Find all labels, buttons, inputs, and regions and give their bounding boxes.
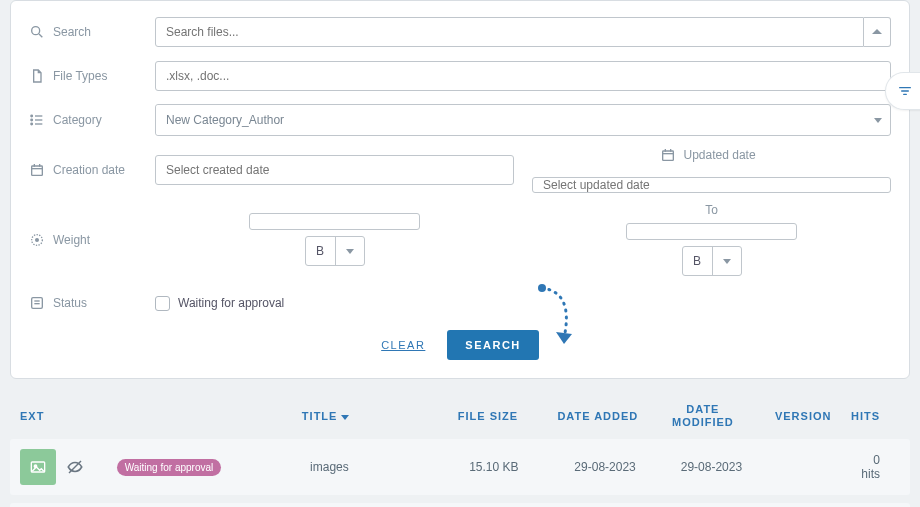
file-icon [29,68,45,84]
sort-desc-icon [341,415,349,420]
th-date-added[interactable]: DATE ADDED [545,410,650,422]
weight-from-unit-select[interactable]: B [305,236,365,266]
row-search: Search [29,15,891,49]
weight-to-unit-label: B [683,247,713,275]
actions-row: CLEAR SEARCH [29,330,891,360]
th-hits[interactable]: HITS [851,410,900,422]
search-panel: Search File Types Category New [10,0,910,379]
th-title[interactable]: TITLE [221,410,431,422]
chevron-up-icon [872,27,882,37]
status-checkbox-row: Waiting for approval [155,296,284,311]
status-badge: Waiting for approval [117,459,222,476]
svg-point-3 [31,115,33,117]
table-row[interactable]: Waiting for approval images 15.10 KB 29-… [10,439,910,495]
category-value: New Category_Author [156,105,867,135]
calendar-icon [29,162,45,178]
clear-button[interactable]: CLEAR [381,339,425,351]
weight-from-unit-label: B [306,237,336,265]
label-status-text: Status [53,296,87,310]
label-weight-to: To [660,203,764,217]
status-icon [29,295,45,311]
label-updated-date: Updated date [660,147,764,163]
file-types-input[interactable] [155,61,891,91]
search-button[interactable]: SEARCH [447,330,538,360]
search-input[interactable] [155,17,864,47]
svg-point-5 [31,119,33,121]
table-row[interactable]: bear 7.20 KB 29-08-2023 29-08-2023 1 hit… [10,503,910,507]
label-status: Status [29,295,155,311]
weight-from-input[interactable] [249,213,420,230]
label-category-text: Category [53,113,102,127]
label-updated-date-text: Updated date [684,148,756,162]
calendar-edit-icon [660,147,676,163]
svg-point-0 [32,27,40,35]
cell-modified: 29-08-2023 [658,460,764,474]
label-creation-date-text: Creation date [53,163,125,177]
label-weight-to-text: To [705,203,718,217]
file-type-image-icon [20,449,56,485]
creation-date-input[interactable] [155,155,514,185]
label-weight-text: Weight [53,233,90,247]
category-select[interactable]: New Category_Author [155,104,891,136]
row-weight: Weight B To B [29,203,891,276]
label-creation-date: Creation date [29,162,155,178]
label-file-types-text: File Types [53,69,107,83]
chevron-down-icon [723,259,731,264]
cell-added: 29-08-2023 [552,460,658,474]
list-icon [29,112,45,128]
svg-point-7 [31,123,33,125]
updated-date-input[interactable] [532,177,891,193]
hidden-icon [66,458,84,476]
svg-marker-2 [872,29,882,34]
label-category: Category [29,112,155,128]
chevron-down-icon [346,249,354,254]
svg-rect-13 [662,151,673,160]
row-file-types: File Types [29,59,891,93]
search-icon [29,24,45,40]
weight-icon [29,232,45,248]
search-input-wrap [155,17,891,47]
search-collapse-toggle[interactable] [864,17,891,47]
th-file-size[interactable]: FILE SIZE [431,410,546,422]
label-search-text: Search [53,25,91,39]
th-version[interactable]: VERSION [755,410,851,422]
th-date-modified[interactable]: DATE MODIFIED [650,403,755,429]
th-title-text: TITLE [302,410,338,422]
weight-to-input[interactable] [626,223,797,240]
chevron-down-icon [874,118,882,123]
results-table: EXT TITLE FILE SIZE DATE ADDED DATE MODI… [0,389,920,507]
filter-icon [897,83,913,99]
status-checkbox[interactable] [155,296,170,311]
svg-line-1 [39,34,42,37]
weight-to-unit-select[interactable]: B [682,246,742,276]
cell-size: 15.10 KB [436,460,552,474]
cell-hits: 0 hits [861,453,900,481]
row-category: Category New Category_Author [29,103,891,137]
status-checkbox-label: Waiting for approval [178,296,284,310]
row-status: Status Waiting for approval [29,286,891,320]
table-header: EXT TITLE FILE SIZE DATE ADDED DATE MODI… [10,389,910,439]
label-weight: Weight [29,232,155,248]
label-file-types: File Types [29,68,155,84]
svg-point-18 [36,238,39,241]
svg-rect-9 [32,166,43,175]
cell-title: images [223,460,436,474]
label-search: Search [29,24,155,40]
filter-fab[interactable] [885,72,920,110]
th-ext[interactable]: EXT [20,410,116,422]
row-dates: Creation date Updated date [29,147,891,193]
